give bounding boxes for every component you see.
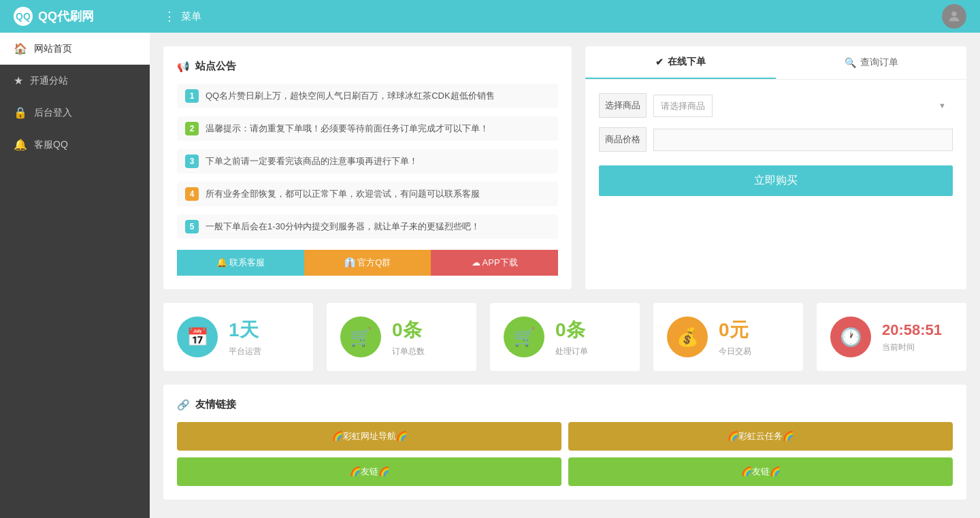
announcement-text-2: 温馨提示：请勿重复下单哦！必须要等待前面任务订单完成才可以下单！ xyxy=(206,122,489,135)
friendly-links-title: 🔗 友情链接 xyxy=(177,398,953,411)
platform-days-icon: 📅 xyxy=(177,317,218,357)
today-trade-label: 今日交易 xyxy=(719,346,789,357)
buy-button[interactable]: 立即购买 xyxy=(599,165,953,196)
total-orders-info: 0条 订单总数 xyxy=(392,317,463,357)
app-download-button[interactable]: ☁ APP下载 xyxy=(431,250,558,276)
tab-query-order[interactable]: 🔍 查询订单 xyxy=(776,46,966,79)
query-order-icon: 🔍 xyxy=(845,57,856,68)
menu-label: 菜单 xyxy=(181,10,201,23)
current-time-info: 20:58:51 当前时间 xyxy=(882,321,953,353)
site-title: QQ代刷网 xyxy=(38,8,94,25)
sidebar-label-substation: 开通分站 xyxy=(30,75,68,87)
order-tabs: ✔ 在线下单 🔍 查询订单 xyxy=(585,46,966,80)
user-avatar[interactable] xyxy=(942,4,966,29)
platform-days-value: 1天 xyxy=(229,317,299,343)
announcement-item-4: 4 所有业务全部恢复，都可以正常下单，欢迎尝试，有问题可以联系客服 xyxy=(177,182,558,206)
processing-orders-label: 处理订单 xyxy=(555,346,626,357)
sidebar-item-home[interactable]: 🏠 网站首页 xyxy=(0,33,150,65)
total-orders-label: 订单总数 xyxy=(392,346,463,357)
stat-card-today-trade: 💰 0元 今日交易 xyxy=(653,303,803,371)
badge-2: 2 xyxy=(185,122,199,135)
sidebar-label-customer-qq: 客服QQ xyxy=(34,139,68,151)
sidebar-item-substation[interactable]: ★ 开通分站 xyxy=(0,65,150,97)
price-input[interactable] xyxy=(653,129,953,151)
product-select-label: 选择商品 xyxy=(599,93,647,118)
online-order-icon: ✔ xyxy=(655,56,664,67)
top-navigation: QQ QQ代刷网 ⋮ 菜单 xyxy=(0,0,980,33)
announcement-icon: 📢 xyxy=(177,61,190,73)
site-logo: QQ QQ代刷网 xyxy=(14,7,163,26)
badge-1: 1 xyxy=(185,89,199,103)
sidebar-label-home: 网站首页 xyxy=(34,43,72,55)
current-time-label: 当前时间 xyxy=(882,342,953,353)
link-rainbow-nav[interactable]: 🌈彩虹网址导航🌈 xyxy=(177,422,561,451)
badge-5: 5 xyxy=(185,220,199,233)
badge-4: 4 xyxy=(185,187,199,201)
order-panel: ✔ 在线下单 🔍 查询订单 选择商品 请选择商品 xyxy=(585,46,966,289)
bell-icon: 🔔 xyxy=(14,138,27,151)
top-section: 📢 站点公告 1 QQ名片赞日刷上万，超快空间人气日刷百万，球球冰红茶CDK超低… xyxy=(163,46,966,289)
product-select-row: 选择商品 请选择商品 xyxy=(599,93,953,118)
links-grid: 🌈彩虹网址导航🌈 🌈彩虹云任务🌈 🌈友链🌈 🌈友链🌈 xyxy=(177,422,953,486)
menu-button[interactable]: ⋮ 菜单 xyxy=(163,9,201,24)
sidebar-item-admin[interactable]: 🔒 后台登入 xyxy=(0,97,150,129)
main-content: 📢 站点公告 1 QQ名片赞日刷上万，超快空间人气日刷百万，球球冰红茶CDK超低… xyxy=(150,33,980,518)
processing-orders-value: 0条 xyxy=(555,317,626,343)
total-orders-value: 0条 xyxy=(392,317,463,343)
announcement-buttons: 🔔 联系客服 👔 官方Q群 ☁ APP下载 xyxy=(177,250,558,276)
current-time-value: 20:58:51 xyxy=(882,321,953,339)
announcement-text-1: QQ名片赞日刷上万，超快空间人气日刷百万，球球冰红茶CDK超低价销售 xyxy=(206,89,495,103)
logo-icon: QQ xyxy=(14,7,33,26)
star-icon: ★ xyxy=(14,74,23,87)
link-rainbow-task[interactable]: 🌈彩虹云任务🌈 xyxy=(568,422,953,451)
online-order-label: 在线下单 xyxy=(668,56,706,68)
platform-days-label: 平台运营 xyxy=(229,346,299,357)
total-orders-icon: 🛒 xyxy=(340,317,381,357)
stat-card-total-orders: 🛒 0条 订单总数 xyxy=(327,303,476,371)
product-select[interactable]: 请选择商品 xyxy=(653,95,713,117)
today-trade-info: 0元 今日交易 xyxy=(719,317,789,357)
lock-icon: 🔒 xyxy=(14,106,27,119)
announcement-item-2: 2 温馨提示：请勿重复下单哦！必须要等待前面任务订单完成才可以下单！ xyxy=(177,116,558,141)
stat-card-platform-days: 📅 1天 平台运营 xyxy=(163,303,313,371)
query-order-label: 查询订单 xyxy=(860,56,898,69)
menu-dots-icon: ⋮ xyxy=(163,9,177,24)
qq-group-button[interactable]: 👔 官方Q群 xyxy=(304,250,431,276)
announcement-text-4: 所有业务全部恢复，都可以正常下单，欢迎尝试，有问题可以联系客服 xyxy=(206,187,480,201)
today-trade-icon: 💰 xyxy=(667,317,708,357)
announcement-title: 📢 站点公告 xyxy=(177,60,558,73)
stats-row: 📅 1天 平台运营 🛒 0条 订单总数 🛒 0条 处理订单 💰 0元 xyxy=(163,303,966,371)
svg-point-0 xyxy=(951,12,956,16)
link-friend-2[interactable]: 🌈友链🌈 xyxy=(568,457,953,486)
links-icon: 🔗 xyxy=(177,399,190,411)
link-friend-1[interactable]: 🌈友链🌈 xyxy=(177,457,561,486)
tab-online-order[interactable]: ✔ 在线下单 xyxy=(585,46,776,79)
announcement-card: 📢 站点公告 1 QQ名片赞日刷上万，超快空间人气日刷百万，球球冰红茶CDK超低… xyxy=(163,46,572,289)
friendly-links-card: 🔗 友情链接 🌈彩虹网址导航🌈 🌈彩虹云任务🌈 🌈友链🌈 🌈友链🌈 xyxy=(163,385,966,500)
sidebar-label-admin: 后台登入 xyxy=(34,107,72,119)
order-panel-body: 选择商品 请选择商品 商品价格 立即购买 xyxy=(585,80,966,210)
home-icon: 🏠 xyxy=(14,42,27,55)
announcement-item-3: 3 下单之前请一定要看完该商品的注意事项再进行下单！ xyxy=(177,149,558,174)
sidebar-item-customer-qq[interactable]: 🔔 客服QQ xyxy=(0,129,150,161)
sidebar: 🏠 网站首页 ★ 开通分站 🔒 后台登入 🔔 客服QQ xyxy=(0,33,150,518)
price-row: 商品价格 xyxy=(599,127,953,152)
product-select-wrapper: 请选择商品 xyxy=(653,95,953,117)
stat-card-processing-orders: 🛒 0条 处理订单 xyxy=(490,303,640,371)
contact-customer-button[interactable]: 🔔 联系客服 xyxy=(177,250,304,276)
announcement-item-5: 5 一般下单后会在1-30分钟内提交到服务器，就让单子来的更猛烈些吧！ xyxy=(177,214,558,239)
current-time-icon: 🕐 xyxy=(830,317,871,357)
stat-card-current-time: 🕐 20:58:51 当前时间 xyxy=(817,303,966,371)
badge-3: 3 xyxy=(185,155,199,168)
processing-orders-icon: 🛒 xyxy=(504,317,544,357)
today-trade-value: 0元 xyxy=(719,317,789,343)
platform-days-info: 1天 平台运营 xyxy=(229,317,299,357)
price-label: 商品价格 xyxy=(599,127,647,152)
processing-orders-info: 0条 处理订单 xyxy=(555,317,626,357)
announcement-text-5: 一般下单后会在1-30分钟内提交到服务器，就让单子来的更猛烈些吧！ xyxy=(206,220,480,233)
announcement-text-3: 下单之前请一定要看完该商品的注意事项再进行下单！ xyxy=(206,155,418,168)
announcement-item-1: 1 QQ名片赞日刷上万，超快空间人气日刷百万，球球冰红茶CDK超低价销售 xyxy=(177,84,558,108)
